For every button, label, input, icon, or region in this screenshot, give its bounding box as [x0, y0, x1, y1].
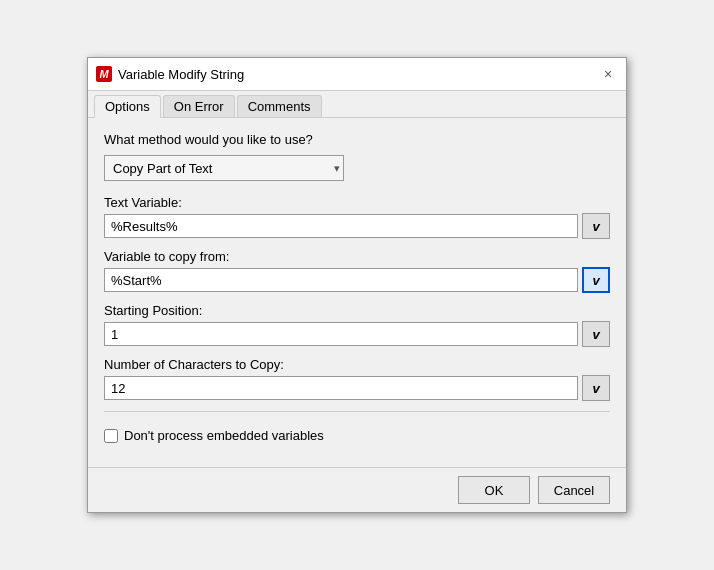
embedded-variables-checkbox[interactable] [104, 429, 118, 443]
text-variable-v-button[interactable]: v [582, 213, 610, 239]
variable-copy-input[interactable] [104, 268, 578, 292]
variable-copy-v-button[interactable]: v [582, 267, 610, 293]
variable-modify-dialog: M Variable Modify String × Options On Er… [87, 57, 627, 513]
num-characters-v-button[interactable]: v [582, 375, 610, 401]
dialog-title: Variable Modify String [118, 67, 244, 82]
variable-copy-group: Variable to copy from: v [104, 249, 610, 293]
bottom-bar: OK Cancel [88, 467, 626, 512]
close-button[interactable]: × [598, 64, 618, 84]
separator [104, 411, 610, 412]
text-variable-label: Text Variable: [104, 195, 610, 210]
variable-copy-row: v [104, 267, 610, 293]
embedded-variables-label: Don't process embedded variables [124, 428, 324, 443]
app-icon: M [96, 66, 112, 82]
num-characters-group: Number of Characters to Copy: v [104, 357, 610, 401]
ok-button[interactable]: OK [458, 476, 530, 504]
text-variable-input[interactable] [104, 214, 578, 238]
num-characters-input[interactable] [104, 376, 578, 400]
method-dropdown-wrapper: Copy Part of TextAppendPrependReplace ▾ [104, 155, 610, 181]
tab-on-error[interactable]: On Error [163, 95, 235, 117]
title-bar: M Variable Modify String × [88, 58, 626, 91]
variable-copy-label: Variable to copy from: [104, 249, 610, 264]
checkbox-row: Don't process embedded variables [104, 428, 610, 443]
method-question: What method would you like to use? [104, 132, 610, 147]
num-characters-row: v [104, 375, 610, 401]
text-variable-row: v [104, 213, 610, 239]
starting-position-label: Starting Position: [104, 303, 610, 318]
method-dropdown-container: Copy Part of TextAppendPrependReplace ▾ [104, 155, 344, 181]
method-select[interactable]: Copy Part of TextAppendPrependReplace [104, 155, 344, 181]
starting-position-group: Starting Position: v [104, 303, 610, 347]
starting-position-row: v [104, 321, 610, 347]
starting-position-v-button[interactable]: v [582, 321, 610, 347]
tab-comments[interactable]: Comments [237, 95, 322, 117]
tabs-bar: Options On Error Comments [88, 91, 626, 118]
text-variable-group: Text Variable: v [104, 195, 610, 239]
content-area: What method would you like to use? Copy … [88, 118, 626, 467]
starting-position-input[interactable] [104, 322, 578, 346]
num-characters-label: Number of Characters to Copy: [104, 357, 610, 372]
cancel-button[interactable]: Cancel [538, 476, 610, 504]
tab-options[interactable]: Options [94, 95, 161, 118]
title-bar-left: M Variable Modify String [96, 66, 244, 82]
